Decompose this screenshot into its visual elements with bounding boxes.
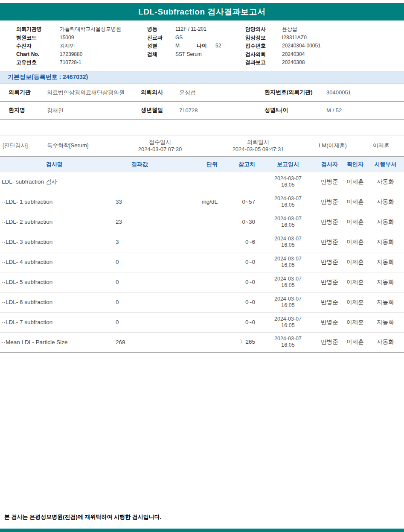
report-datetime-cell: 2024-03-0716:05 [260, 276, 316, 289]
report-date: 2024-03-07 [260, 256, 316, 262]
report-title: LDL-Subfraction 검사결과보고서 [138, 6, 266, 18]
exam-category: [진단검사] [0, 142, 47, 149]
test-name-cell: ··LDL- 7 subfraction [0, 319, 109, 325]
test-name-cell: ··LDL- 5 subfraction [0, 279, 109, 285]
basic-info-section-bar: 기본정보(등록번호 : 2467032) [0, 71, 404, 84]
header-info-row: 고유번호710728-1 [16, 58, 147, 67]
field-label: 의뢰의사 [132, 88, 179, 96]
field-label: 병원코드 [16, 34, 60, 42]
dept-cell: 자동화 [367, 338, 404, 346]
footer-note-text: 본 검사는 은평성모병원(진검)에 재위탁하여 시행한 검사입니다. [4, 514, 161, 520]
reference-cell: 0~0 [222, 259, 260, 265]
field-label: 임상정보 [245, 34, 282, 42]
report-datetime-cell: 2024-03-0716:05 [260, 296, 316, 309]
field-label: 결과보고 [245, 58, 282, 67]
tester-cell: 반병준 [316, 319, 343, 326]
reference-cell: 〉265 [222, 338, 260, 346]
test-name-cell: ··LDL- 3 subfraction [0, 239, 109, 245]
tester-cell: 반병준 [316, 238, 343, 246]
report-time: 16:05 [260, 282, 316, 289]
header-info-row: 병원코드15009 [16, 34, 147, 42]
field-value: I28311AZ0 [282, 34, 307, 42]
header-info-row: 진료과GS [147, 34, 245, 42]
tester-cell: 반병준 [316, 298, 343, 306]
header-info-row: 담당의사윤상섭 [245, 25, 404, 34]
field-label: 접수번호 [245, 42, 282, 50]
dept-cell: 자동화 [367, 198, 404, 206]
field-value: 가톨릭대학교서울성모병원 [60, 25, 121, 34]
report-time: 16:05 [260, 222, 316, 228]
exam-lab: LM(이제훈) [307, 142, 358, 149]
field-label: 담당의사 [245, 25, 282, 34]
field-value: 710728 [179, 107, 256, 114]
result-value-cell: 269 [109, 339, 171, 345]
dept-cell: 자동화 [367, 258, 404, 266]
field-value: 15009 [60, 34, 74, 42]
report-datetime-cell: 2024-03-0716:05 [260, 316, 316, 329]
confirmer-cell: 이제훈 [343, 218, 367, 226]
header-info-row: 접수번호20240304-00051 [245, 42, 404, 50]
field-label: 병동 [147, 25, 175, 34]
field-value: 112F / 11-201 [175, 25, 206, 34]
field-label: 의뢰기관 [0, 88, 47, 96]
field-value: 20240308 [282, 58, 305, 67]
result-value-cell: 3 [109, 239, 171, 245]
column-header-confirmer: 확인자 [343, 157, 367, 172]
field-value: 30400051 [326, 89, 404, 96]
field-value: 20240304-00051 [282, 42, 321, 50]
field-value: 윤상섭 [282, 25, 297, 34]
test-name-cell: ··LDL- 4 subfraction [0, 259, 109, 265]
confirmer-cell: 이제훈 [343, 278, 367, 286]
header-info-row: 수진자강재민 [16, 42, 147, 50]
tester-cell: 반병준 [316, 258, 343, 266]
report-time: 16:05 [260, 182, 316, 188]
confirmer-cell: 이제훈 [343, 178, 367, 186]
report-date: 2024-03-07 [260, 276, 316, 282]
report-date: 2024-03-07 [260, 196, 316, 202]
field-label: 검체 [147, 50, 175, 59]
exam-reader: 이제훈 [358, 142, 404, 149]
header-info-row: 병동112F / 11-201 [147, 25, 245, 34]
field-label: 검사의뢰 [245, 50, 282, 59]
tester-cell: 반병준 [316, 218, 343, 226]
report-time: 16:05 [260, 242, 316, 248]
field-value: 710728-1 [60, 58, 81, 67]
field-label: 성별/나이 [256, 106, 326, 114]
result-value-cell: 0 [109, 259, 171, 265]
result-row: ··Mean LDL- Particle Size269〉2652024-03-… [0, 333, 404, 353]
field-value: M / 52 [326, 107, 404, 114]
header-info-right: 담당의사윤상섭임상정보I28311AZ0접수번호20240304-00051검사… [245, 25, 404, 67]
test-name-cell: ··LDL- 6 subfraction [0, 299, 109, 305]
result-row: ··LDL- 3 subfraction30~62024-03-0716:05반… [0, 232, 404, 252]
confirmer-cell: 이제훈 [343, 338, 367, 346]
header-info-left: 의뢰기관명가톨릭대학교서울성모병원병원코드15009수진자강재민Chart No… [16, 25, 147, 67]
field-value: SST Serum [175, 50, 202, 59]
confirmer-cell: 이제훈 [343, 319, 367, 326]
column-header-report-date: 보고일시 [260, 157, 316, 172]
confirmer-cell: 이제훈 [343, 258, 367, 266]
basic-info-row: 환자명강재민생년월일710728성별/나이M / 52 [0, 102, 404, 120]
column-header-unit: 단위 [171, 157, 222, 172]
report-datetime-cell: 2024-03-0716:05 [260, 216, 316, 228]
tester-cell: 반병준 [316, 278, 343, 286]
field-label: 나이 [197, 42, 207, 50]
reference-cell: 0~0 [222, 319, 260, 325]
report-time: 16:05 [260, 302, 316, 309]
lab-report-page: LDL-Subfraction 검사결과보고서 의뢰기관명가톨릭대학교서울성모병… [0, 0, 404, 532]
report-date: 2024-03-07 [260, 236, 316, 242]
field-value: 20240304 [282, 50, 305, 59]
tester-cell: 반병준 [316, 338, 343, 346]
field-label: 의뢰기관명 [16, 25, 60, 34]
dept-cell: 자동화 [367, 278, 404, 286]
field-value: M [175, 42, 180, 50]
receipt-datetime: 2024-03-07 07:30 [111, 146, 209, 153]
reference-cell: 0~0 [222, 299, 260, 305]
confirmer-cell: 이제훈 [343, 198, 367, 206]
header-info-row: 임상정보I28311AZ0 [245, 34, 404, 42]
field-label: 진료과 [147, 34, 175, 42]
header-info: 의뢰기관명가톨릭대학교서울성모병원병원코드15009수진자강재민Chart No… [0, 20, 404, 71]
unit-cell: mg/dL [171, 199, 222, 205]
reference-cell: 0~0 [222, 279, 260, 285]
result-value-cell: 33 [109, 199, 171, 205]
field-label: 환자번호(의뢰기관) [256, 88, 326, 96]
